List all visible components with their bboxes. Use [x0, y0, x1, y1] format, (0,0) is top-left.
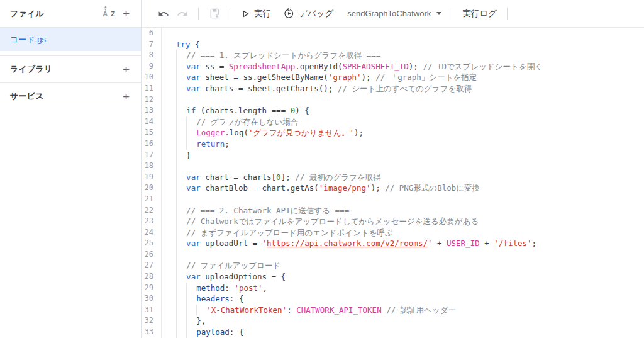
editor-toolbar: 実行 デバッグ sendGraphToChatwork 実行ログ — [142, 0, 644, 28]
indent-guide — [176, 315, 186, 327]
libraries-label: ライブラリ — [10, 64, 119, 75]
line-number: 7 — [142, 39, 153, 50]
add-library-button[interactable]: + — [119, 62, 133, 77]
files-header: ファイル A▴▾Z + — [0, 0, 141, 28]
line-number: 33 — [142, 327, 153, 338]
save-icon — [209, 8, 221, 20]
sort-files-button[interactable]: A▴▾Z — [99, 9, 119, 19]
indent-guide — [176, 83, 186, 94]
line-number: 10 — [142, 72, 153, 83]
plus-icon: + — [123, 64, 130, 76]
code-line: return; — [167, 138, 644, 150]
execution-log-button[interactable]: 実行ログ — [458, 6, 501, 22]
indent-guide — [176, 183, 186, 194]
save-button[interactable] — [205, 5, 225, 22]
line-number: 19 — [142, 172, 153, 183]
line-number: 24 — [142, 227, 153, 239]
indent-guide — [186, 138, 196, 150]
line-number: 16 — [142, 138, 153, 150]
code-line — [167, 249, 644, 261]
indent-guide — [176, 205, 186, 217]
libraries-section: ライブラリ + — [0, 56, 141, 83]
line-number: 20 — [142, 183, 153, 194]
line-number: 27 — [142, 260, 153, 271]
indent-guide — [176, 283, 186, 294]
indent-guide — [176, 249, 186, 261]
code-line: } — [167, 150, 644, 161]
code-line: var sheet = ss.getSheetByName('graph'); … — [167, 72, 644, 83]
files-sidebar: ファイル A▴▾Z + コード.gs ライブラリ + サービス + — [0, 0, 142, 338]
line-number: 9 — [142, 61, 153, 72]
code-line: method: 'post', — [167, 283, 644, 294]
indent-guide — [176, 50, 186, 61]
files-header-label: ファイル — [10, 8, 99, 20]
code-line: var ss = SpreadsheetApp.openById(SPREADS… — [167, 61, 644, 72]
redo-button[interactable] — [173, 6, 192, 22]
file-name: コード.gs — [10, 34, 46, 45]
redo-icon — [177, 8, 188, 20]
execution-log-label: 実行ログ — [462, 8, 497, 20]
toolbar-divider — [198, 8, 199, 20]
code-line: headers: { — [167, 293, 644, 305]
function-selector[interactable]: sendGraphToChatwork — [343, 6, 445, 21]
plus-icon: + — [123, 8, 130, 20]
sort-az-icon: A▴▾Z — [103, 10, 115, 18]
selected-function-name: sendGraphToChatwork — [347, 9, 431, 18]
indent-guide — [176, 194, 186, 205]
indent-guide — [176, 94, 186, 106]
code-line: var chartBlob = chart.getAs('image/png')… — [167, 183, 644, 194]
line-number: 21 — [142, 194, 153, 205]
indent-guide — [176, 216, 186, 227]
line-number: 6 — [142, 28, 153, 39]
line-number: 17 — [142, 150, 153, 161]
indent-guide — [176, 227, 186, 239]
indent-guide — [176, 293, 186, 305]
indent-guide — [176, 127, 186, 138]
line-number: 15 — [142, 127, 153, 138]
debug-label: デバッグ — [299, 8, 333, 20]
line-number: 29 — [142, 283, 153, 294]
add-service-button[interactable]: + — [119, 89, 133, 104]
code-line: var uploadUrl = 'https://api.chatwork.co… — [167, 238, 644, 249]
code-editor[interactable]: 6789101112131415161718192021222324252627… — [142, 28, 644, 338]
code-line: payload: { — [167, 327, 644, 338]
indent-guide — [176, 105, 186, 116]
chevron-down-icon — [436, 12, 441, 15]
code-line: var charts = sheet.getCharts(); // シート上の… — [167, 83, 644, 94]
indent-guide — [176, 72, 186, 83]
code-line: try { — [167, 39, 644, 50]
indent-guide — [196, 305, 206, 316]
play-icon — [242, 9, 250, 18]
indent-guide — [186, 283, 196, 294]
apps-script-editor: ファイル A▴▾Z + コード.gs ライブラリ + サービス + — [0, 0, 644, 338]
indent-guide — [176, 116, 186, 128]
add-file-button[interactable]: + — [119, 6, 133, 21]
run-button[interactable]: 実行 — [238, 6, 275, 22]
line-number: 8 — [142, 50, 153, 61]
indent-guide — [186, 116, 196, 128]
code-line: // グラフが存在しない場合 — [167, 116, 644, 128]
line-number: 11 — [142, 83, 153, 94]
line-number: 22 — [142, 205, 153, 217]
code-line: if (charts.length === 0) { — [167, 105, 644, 116]
line-number: 32 — [142, 315, 153, 327]
debug-button[interactable]: デバッグ — [280, 6, 337, 22]
code-line — [167, 161, 644, 172]
line-number: 23 — [142, 216, 153, 227]
indent-guide — [176, 271, 186, 283]
indent-guide — [186, 327, 196, 338]
indent-guide — [176, 260, 186, 271]
code-line — [167, 94, 644, 106]
indent-guide — [186, 293, 196, 305]
code-line — [167, 194, 644, 205]
line-number: 12 — [142, 94, 153, 106]
indent-guide — [176, 238, 186, 249]
undo-button[interactable] — [154, 6, 173, 22]
toolbar-divider — [507, 8, 508, 20]
indent-guide — [176, 161, 186, 172]
code-line: }, — [167, 315, 644, 327]
line-number: 25 — [142, 238, 153, 249]
file-item-code-gs[interactable]: コード.gs — [0, 28, 141, 51]
code-line: // === 2. Chatwork APIに送信する === — [167, 205, 644, 217]
indent-guide — [176, 61, 186, 72]
